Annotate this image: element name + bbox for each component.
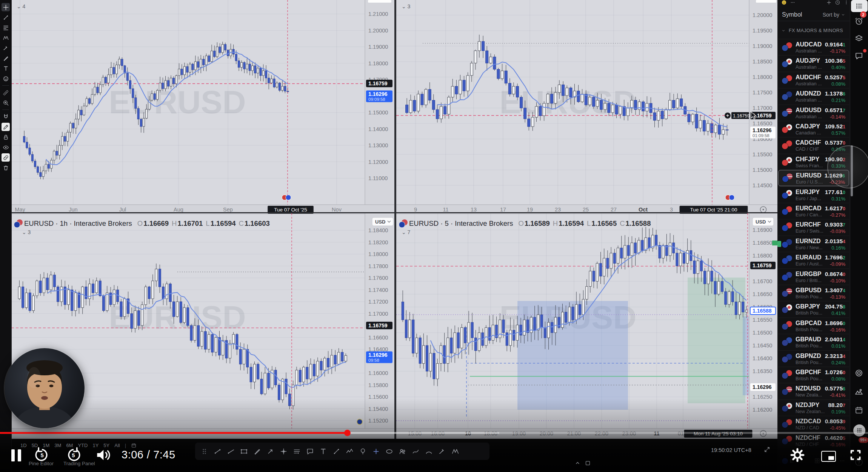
svg-text:USD: USD (375, 219, 385, 225)
tool-forecast[interactable] (2, 44, 10, 52)
symbol-label: CHFJPY (796, 156, 819, 163)
tool-trend-line[interactable] (2, 13, 10, 22)
watchlist-row-audcad[interactable]: AUDCADAustralian ...0.91641-0.17% (778, 39, 849, 55)
notification-badge: 99+ (859, 437, 868, 443)
watchlist-row-gbpjpy[interactable]: GBPJPYBritish Pou...204.7580.41% (778, 301, 849, 317)
svg-text:Aug: Aug (174, 207, 183, 213)
pair-flags-icon (782, 321, 793, 332)
tool-lock-all[interactable] (2, 133, 10, 141)
watchlist-row-eurchf[interactable]: EURCHFEuro / Swis...0.93037-0.03% (778, 219, 849, 235)
cursor-halo (827, 145, 868, 188)
tool-fib-retracement[interactable] (2, 23, 10, 32)
webcam-overlay (5, 348, 85, 428)
tool-drawing-lock[interactable] (2, 123, 10, 131)
menu-icon[interactable] (843, 0, 849, 5)
watchlist-row-nzdusd[interactable]: NZDUSDNew Zeala...0.57756-0.41% (778, 383, 849, 399)
watchlist-row-gbpusd[interactable]: GBPUSDBritish Pou...1.34074-0.13% (778, 285, 849, 301)
settings-gear-icon[interactable] (790, 448, 805, 464)
emoji-icon (3, 76, 9, 82)
fullscreen-icon[interactable] (849, 449, 862, 463)
watchlist-tab-active[interactable] (851, 0, 868, 12)
svg-text:1.16000: 1.16000 (368, 370, 388, 376)
pause-button[interactable] (11, 449, 22, 461)
watchlist-row-eurjpy[interactable]: EURJPYEuro / Jap...177.6100.31% (778, 187, 849, 203)
rail-apps-button[interactable] (853, 424, 865, 437)
watchlist-row-audjpy[interactable]: AUDJPYAustralian ...100.3650.40% (778, 55, 849, 71)
watchlist-row-eurgbp[interactable]: EURGBPEuro / Briti...0.86740-0.10% (778, 268, 849, 285)
volume-button[interactable] (96, 449, 112, 463)
panel-divider-horizontal[interactable] (11, 212, 777, 213)
tool-brush[interactable] (2, 54, 10, 62)
watchlist-section-header[interactable]: FX MAJORS & MINORS (777, 23, 850, 38)
svg-text:Sep: Sep (223, 207, 233, 213)
svg-text:1.19500: 1.19500 (753, 28, 772, 34)
symbol-description: CAD / CHF (796, 147, 819, 152)
svg-text:1.16296: 1.16296 (753, 384, 772, 390)
rail-calendar-button[interactable] (854, 406, 863, 415)
svg-text:1.12000: 1.12000 (368, 159, 388, 165)
more-icon[interactable] (790, 0, 796, 5)
fib-retracement-icon (3, 25, 9, 31)
highlight-zone[interactable] (688, 278, 745, 403)
rail-chat-button[interactable] (854, 51, 863, 60)
svg-text:01:09:58: 01:09:58 (753, 133, 770, 138)
price-scale[interactable] (749, 213, 777, 439)
svg-text:1.16759: 1.16759 (733, 113, 750, 119)
hide-all-icon (3, 144, 9, 151)
watchlist-toolbar (777, 0, 850, 7)
svg-text:23: 23 (555, 207, 561, 213)
video-progress-bar[interactable] (0, 432, 868, 434)
svg-text:Tue 07 Oct '25 21:00: Tue 07 Oct '25 21:00 (690, 207, 737, 213)
watchlist-row-gbpnzd[interactable]: GBPNZDBritish Pou...2.321340.24% (778, 350, 849, 367)
tool-ruler[interactable] (2, 88, 10, 97)
watchlist-row-gbpcad[interactable]: GBPCADBritish Pou...1.86960-0.16% (778, 318, 849, 334)
history-icon[interactable] (835, 0, 840, 5)
miniplayer-icon[interactable] (821, 451, 836, 462)
svg-text:1.16900: 1.16900 (753, 227, 772, 233)
add-symbol-icon[interactable] (826, 0, 832, 5)
emoji-icon[interactable] (781, 0, 787, 5)
svg-text:1.20000: 1.20000 (753, 12, 772, 18)
panel-divider-vertical[interactable] (394, 0, 396, 439)
svg-text:3: 3 (670, 207, 673, 213)
flag-marker[interactable] (777, 241, 781, 247)
chart-header[interactable]: EURUSD · 5 · Interactive BrokersO1.16589… (409, 219, 651, 227)
tool-hide-all[interactable] (2, 143, 10, 151)
tool-xabcd-pattern[interactable] (2, 34, 10, 42)
tool-emoji[interactable] (2, 74, 10, 83)
watchlist-row-nzdjpy[interactable]: NZDJPYNew Zealan...88.2070.19% (778, 400, 849, 416)
chart-header[interactable]: EURUSD · 1h · Interactive BrokersO1.1666… (24, 219, 270, 227)
watchlist-sort-button[interactable]: Sort by (823, 12, 845, 18)
event-flag-icon[interactable] (729, 195, 734, 200)
progress-scrubber-handle[interactable] (344, 430, 351, 436)
rail-alarm-button[interactable] (854, 17, 863, 26)
watchlist-row-gbpchf[interactable]: GBPCHFBritish Pou...1.072600.08% (778, 367, 849, 383)
watchlist-row-audchf[interactable]: AUDCHFAustralian ...0.525750.08% (778, 72, 849, 88)
svg-text:1.16350: 1.16350 (753, 368, 772, 374)
tool-zoom-in[interactable] (2, 99, 10, 107)
event-flag-icon[interactable] (286, 195, 291, 200)
tool-crosshair[interactable] (2, 3, 10, 11)
highlight-zone[interactable] (743, 316, 749, 395)
symbol-change: 0.16% (831, 245, 845, 251)
rail-mountain-button[interactable] (854, 387, 863, 396)
tool-magnet[interactable] (2, 113, 10, 121)
watchlist-row-audnzd[interactable]: AUDNZDAustralian ...1.137860.21% (778, 88, 849, 104)
watchlist-row-audusd[interactable]: AUDUSDAustralian ...0.65717-0.14% (778, 105, 849, 121)
watchlist-row-cadjpy[interactable]: CADJPYCanadian ...109.5210.57% (778, 121, 849, 137)
tool-link-charts[interactable] (2, 153, 10, 162)
watchlist-row-euraud[interactable]: EURAUDEuro / Aust...1.76962-0.09% (778, 252, 849, 268)
rewind-5-button[interactable]: 5 (34, 447, 50, 464)
rail-layers-button[interactable] (854, 34, 863, 43)
rail-target-button[interactable] (854, 369, 863, 378)
tool-trash[interactable] (2, 164, 10, 172)
tool-text-tool[interactable] (2, 64, 10, 72)
watchlist-row-eurnzd[interactable]: EURNZDEuro / New...2.013540.16% (778, 236, 849, 252)
symbol-description: Euro / New... (796, 245, 823, 250)
watchlist-row-nzdcad[interactable]: NZDCADNZD / CAD0.80539-0.45% (778, 416, 849, 432)
forward-5-button[interactable]: 5 (66, 447, 82, 464)
svg-text:1.15200: 1.15200 (368, 418, 388, 424)
watchlist-row-eurcad[interactable]: EURCADEuro / Can...1.62170-0.27% (778, 203, 849, 219)
watchlist-row-gbpaud[interactable]: GBPAUDBritish Pou...2.040140.01% (778, 334, 849, 350)
event-flag-icon[interactable] (357, 419, 362, 424)
